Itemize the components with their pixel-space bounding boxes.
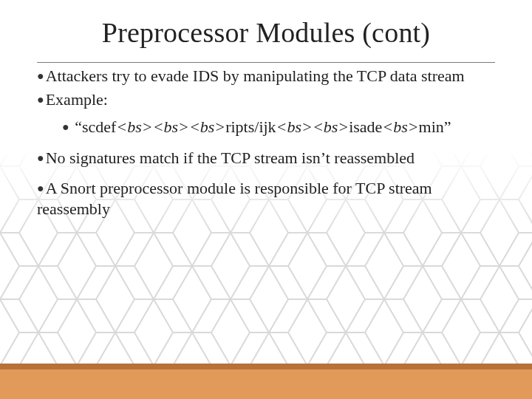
bullet-level1: ●Example: [37, 89, 495, 110]
bullet-text: Example: [46, 90, 108, 109]
bullet-text: A Snort preprocessor module is responsib… [37, 179, 432, 218]
bullet-dot-icon: ● [37, 92, 44, 107]
bs-token: <bs> [153, 117, 189, 136]
bullet-dot-icon: ● [37, 69, 44, 83]
bullet-level2: ● “scdef<bs><bs><bs>ripts/ijk<bs><bs>isa… [62, 117, 495, 137]
bs-token: <bs> [276, 117, 313, 136]
bullet-dot-icon: ● [37, 151, 44, 166]
bullet-text: No signatures match if the TCP stream is… [46, 149, 415, 167]
slide-body: ●Attackers try to evade IDS by manipulat… [37, 66, 495, 219]
title-divider [37, 62, 495, 63]
bullet-level1: ●A Snort preprocessor module is responsi… [37, 178, 495, 219]
footer-bar [0, 364, 532, 399]
bullet-text: Attackers try to evade IDS by manipulati… [46, 66, 465, 85]
bullet-level1: ●No signatures match if the TCP stream i… [37, 148, 495, 168]
bs-token: <bs> [116, 117, 152, 136]
bullet-level1: ●Attackers try to evade IDS by manipulat… [37, 66, 495, 86]
slide-title: Preprocessor Modules (cont) [0, 0, 532, 49]
bullet-dot-icon: ● [62, 120, 69, 134]
bs-token: <bs> [382, 117, 418, 136]
bullet-dot-icon: ● [37, 181, 44, 196]
footer-accent-thin [0, 364, 532, 369]
slide: Preprocessor Modules (cont) ●Attackers t… [0, 0, 532, 399]
footer-accent-thick [0, 369, 532, 399]
bs-token: <bs> [189, 117, 225, 136]
bullet-text: “scdef<bs><bs><bs>ripts/ijk<bs><bs>isade… [75, 117, 451, 136]
bs-token: <bs> [313, 117, 349, 136]
